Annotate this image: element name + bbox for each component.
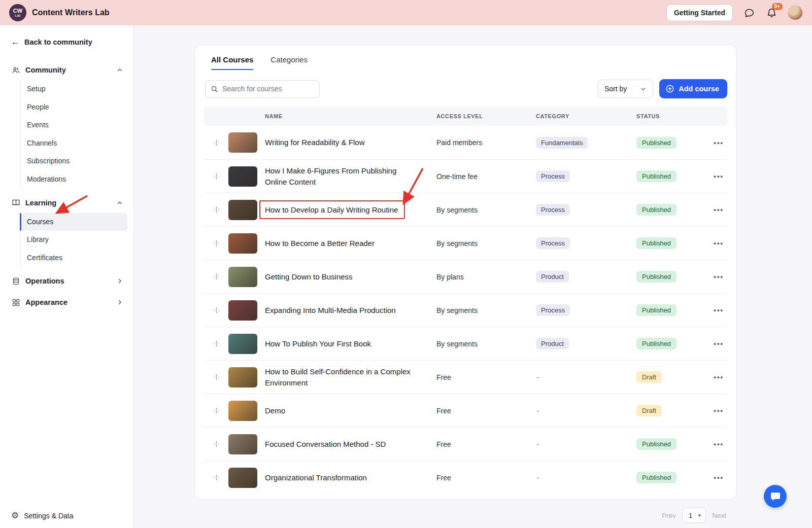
sidebar-item-subscriptions[interactable]: Subscriptions — [21, 152, 127, 170]
category-badge: Fundamentals — [536, 137, 588, 149]
community-sub-list: Setup People Events Channels Subscriptio… — [20, 80, 127, 189]
column-header-status: STATUS — [636, 113, 704, 119]
category-badge: - — [536, 438, 540, 450]
course-thumbnail — [228, 233, 257, 254]
row-actions-menu[interactable]: ••• — [704, 440, 727, 448]
appearance-section-label: Appearance — [25, 298, 67, 306]
user-avatar[interactable] — [788, 5, 803, 20]
drag-handle-icon[interactable] — [204, 306, 228, 314]
sidebar-item-people[interactable]: People — [21, 98, 127, 117]
drag-handle-icon[interactable] — [204, 407, 228, 414]
community-logo[interactable]: CW Lab — [9, 4, 26, 21]
category-badge: Product — [536, 271, 569, 283]
course-search[interactable] — [205, 80, 320, 98]
table-row[interactable]: How to Develop a Daily Writing Routine B… — [204, 193, 727, 226]
table-row[interactable]: How to Become a Better Reader By segment… — [204, 226, 727, 260]
course-name[interactable]: How to Build Self-Confidence in a Comple… — [265, 366, 436, 389]
chevron-up-icon — [116, 199, 123, 206]
chevron-right-icon — [116, 299, 123, 306]
course-name[interactable]: Expanding Into Multi-Media Production — [265, 305, 414, 316]
category-badge: Process — [536, 204, 570, 216]
tab-all-courses[interactable]: All Courses — [211, 55, 253, 70]
row-actions-menu[interactable]: ••• — [704, 373, 727, 381]
status-badge: Published — [636, 271, 676, 283]
row-actions-menu[interactable]: ••• — [704, 172, 727, 180]
category-badge: Product — [536, 338, 569, 349]
table-row[interactable]: How I Make 6-Figures From Publishing Onl… — [204, 159, 727, 193]
table-row[interactable]: Expanding Into Multi-Media Production By… — [204, 293, 727, 327]
row-actions-menu[interactable]: ••• — [704, 139, 727, 147]
table-row[interactable]: Writing for Readability & Flow Paid memb… — [204, 126, 727, 159]
course-name[interactable]: Getting Down to Business — [265, 271, 371, 283]
sidebar-section-community[interactable]: Community — [0, 61, 133, 79]
row-actions-menu[interactable]: ••• — [704, 407, 727, 414]
row-actions-menu[interactable]: ••• — [704, 239, 727, 247]
row-actions-menu[interactable]: ••• — [704, 474, 727, 481]
course-name[interactable]: Writing for Readability & Flow — [265, 137, 383, 148]
course-name[interactable]: How to Develop a Daily Writing Routine — [265, 204, 416, 216]
drag-handle-icon[interactable] — [204, 373, 228, 381]
search-input[interactable] — [222, 85, 314, 93]
logo-text-top: CW — [13, 8, 22, 14]
course-name[interactable]: Demo — [265, 405, 303, 416]
sidebar-section-appearance[interactable]: Appearance — [0, 293, 133, 311]
status-badge: Draft — [636, 405, 662, 416]
chevron-right-icon — [116, 277, 123, 285]
prev-page-button[interactable]: Prev — [662, 512, 676, 519]
sidebar-section-learning[interactable]: Learning — [0, 194, 133, 212]
sidebar-item-certificates[interactable]: Certificates — [21, 249, 127, 267]
table-row[interactable]: Demo Free - Draft ••• — [204, 394, 727, 427]
next-page-button[interactable]: Next — [712, 512, 726, 519]
sidebar-section-operations[interactable]: Operations — [0, 272, 133, 290]
drag-handle-icon[interactable] — [204, 340, 228, 347]
sidebar-item-moderations[interactable]: Moderations — [21, 170, 127, 189]
notifications-icon[interactable]: 9+ — [765, 7, 777, 19]
sidebar-item-library[interactable]: Library — [21, 231, 127, 249]
drag-handle-icon[interactable] — [204, 139, 228, 147]
course-name[interactable]: How I Make 6-Figures From Publishing Onl… — [265, 165, 436, 188]
table-row[interactable]: Getting Down to Business By plans Produc… — [204, 260, 727, 293]
course-name[interactable]: How to Become a Better Reader — [265, 238, 393, 249]
course-name[interactable]: Organizational Transformation — [265, 472, 385, 483]
access-level: Free — [436, 440, 536, 448]
drag-handle-icon[interactable] — [204, 440, 228, 448]
row-actions-menu[interactable]: ••• — [704, 273, 727, 280]
access-level: Free — [436, 474, 536, 482]
table-row[interactable]: Organizational Transformation Free - Pub… — [204, 461, 727, 494]
sidebar-item-setup[interactable]: Setup — [21, 80, 127, 98]
row-actions-menu[interactable]: ••• — [704, 340, 727, 347]
tab-categories[interactable]: Categories — [270, 55, 308, 70]
access-level: By segments — [436, 340, 536, 348]
chevron-down-icon — [640, 86, 647, 92]
messages-icon[interactable] — [743, 7, 755, 19]
row-actions-menu[interactable]: ••• — [704, 206, 727, 214]
back-to-community-link[interactable]: ← Back to community — [0, 38, 133, 47]
learning-sub-list: Courses Library Certificates — [20, 213, 127, 267]
operations-icon — [11, 276, 20, 286]
drag-handle-icon[interactable] — [204, 474, 228, 481]
table-row[interactable]: How To Publish Your First Book By segmen… — [204, 327, 727, 360]
status-badge: Draft — [636, 371, 662, 383]
sidebar-item-channels[interactable]: Channels — [21, 134, 127, 153]
table-row[interactable]: Focused Conversation Method - SD Free - … — [204, 427, 727, 461]
sidebar-item-events[interactable]: Events — [21, 116, 127, 134]
page-select[interactable]: 1 ▼ — [682, 508, 706, 523]
sort-by-dropdown[interactable]: Sort by — [598, 80, 653, 98]
table-row[interactable]: How to Build Self-Confidence in a Comple… — [204, 360, 727, 394]
drag-handle-icon[interactable] — [204, 273, 228, 280]
row-actions-menu[interactable]: ••• — [704, 306, 727, 314]
learning-section-label: Learning — [25, 199, 56, 207]
course-thumbnail — [228, 132, 257, 153]
access-level: Free — [436, 373, 536, 381]
drag-handle-icon[interactable] — [204, 206, 228, 214]
course-name[interactable]: Focused Conversation Method - SD — [265, 439, 404, 450]
status-badge: Published — [636, 204, 676, 216]
add-course-button[interactable]: Add course — [659, 79, 727, 98]
drag-handle-icon[interactable] — [204, 172, 228, 180]
drag-handle-icon[interactable] — [204, 239, 228, 247]
course-name[interactable]: How To Publish Your First Book — [265, 338, 389, 349]
getting-started-button[interactable]: Getting Started — [666, 4, 733, 21]
settings-and-data-link[interactable]: ⚙ Settings & Data — [0, 503, 133, 528]
chat-widget-button[interactable] — [764, 485, 787, 508]
sidebar-item-courses[interactable]: Courses — [21, 213, 127, 231]
